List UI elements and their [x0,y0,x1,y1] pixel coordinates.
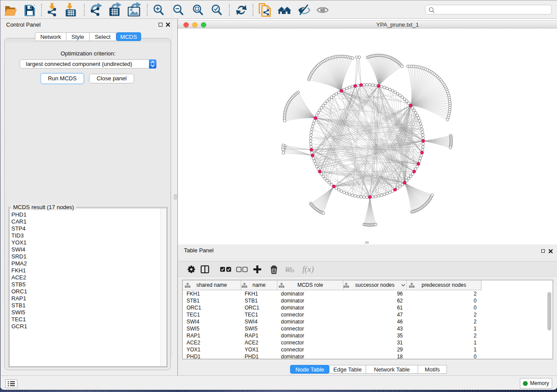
svg-text:f(x): f(x) [302,265,314,274]
